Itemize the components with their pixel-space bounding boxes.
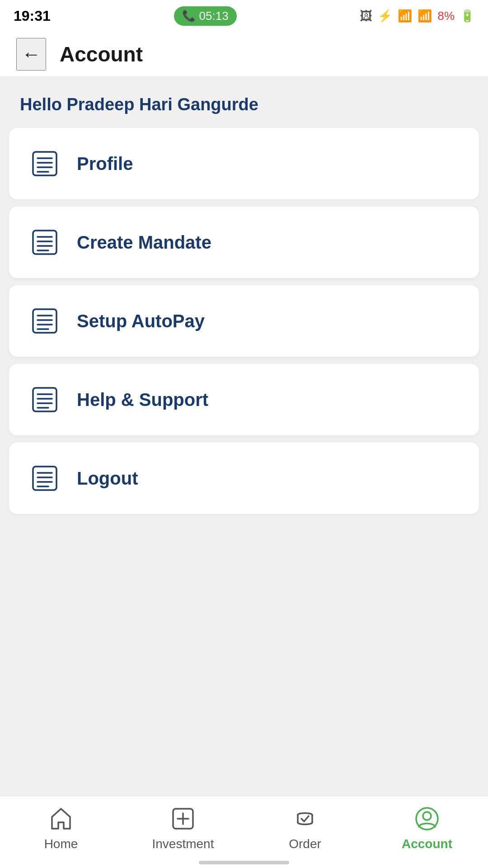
status-time: 19:31 [14,8,51,24]
investment-icon [169,804,197,833]
svg-point-31 [423,812,431,820]
menu-container: Profile Create Mandate [0,128,488,521]
logout-label: Logout [77,468,138,489]
bottom-indicator [199,861,289,864]
header: ← Account [0,32,488,77]
menu-item-profile[interactable]: Profile [9,128,479,199]
call-time: 05:13 [199,9,229,23]
menu-item-help-support[interactable]: Help & Support [9,364,479,435]
profile-label: Profile [77,154,133,174]
status-bar: 19:31 📞 05:13 🖼 ⚡ 📶 📶 8% 🔋 [0,0,488,32]
status-right: 🖼 ⚡ 📶 📶 8% 🔋 [360,9,474,24]
battery-icon: 🔋 [460,9,474,23]
status-call: 📞 05:13 [174,6,237,26]
nav-label-investment: Investment [152,837,214,851]
content-area: Hello Pradeep Hari Gangurde Profile [0,77,488,521]
setup-autopay-icon [29,305,61,337]
menu-item-setup-autopay[interactable]: Setup AutoPay [9,285,479,357]
home-icon [47,804,75,833]
nav-item-order[interactable]: Order [244,804,366,851]
phone-icon: 📞 [182,9,196,22]
signal-icon: 📶 [418,9,432,23]
create-mandate-icon [29,226,61,258]
nav-label-order: Order [289,837,321,851]
nav-label-account: Account [402,837,452,851]
greeting-text: Hello Pradeep Hari Gangurde [0,77,488,128]
back-button[interactable]: ← [16,38,46,71]
wifi-icon: 📶 [398,9,412,23]
battery-indicator: 8% [437,9,455,23]
image-icon: 🖼 [360,9,372,24]
nav-label-home: Home [44,837,78,851]
account-icon [413,804,441,833]
profile-icon [29,148,61,179]
menu-item-create-mandate[interactable]: Create Mandate [9,207,479,278]
order-icon [291,804,319,833]
menu-item-logout[interactable]: Logout [9,443,479,514]
page-title: Account [60,42,143,66]
bluetooth-icon: ⚡ [378,9,392,23]
setup-autopay-label: Setup AutoPay [77,311,205,331]
help-support-label: Help & Support [77,390,208,410]
create-mandate-label: Create Mandate [77,232,211,253]
nav-item-investment[interactable]: Investment [122,804,244,851]
help-support-icon [29,384,61,415]
bottom-nav: Home Investment Order [0,796,488,868]
nav-item-home[interactable]: Home [0,804,122,851]
logout-icon [29,462,61,494]
nav-item-account[interactable]: Account [366,804,488,851]
